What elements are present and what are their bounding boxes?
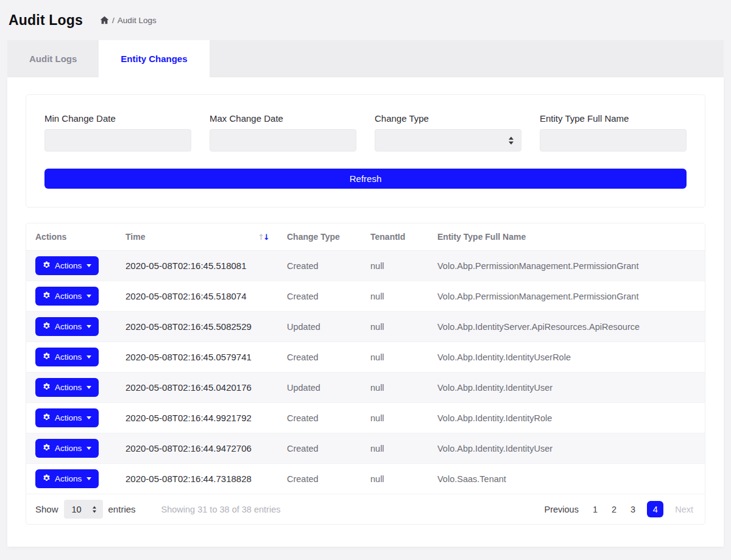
cell-change-type: Updated xyxy=(278,373,361,403)
cell-tenant-id: null xyxy=(361,403,428,433)
gear-icon xyxy=(43,413,51,423)
breadcrumb: / Audit Logs xyxy=(100,16,157,25)
chevron-down-icon xyxy=(87,447,91,450)
entries-label: entries xyxy=(108,504,136,514)
show-label: Show xyxy=(35,504,58,514)
cell-change-type: Created xyxy=(278,464,361,494)
column-header-time[interactable]: Time ↑↓ xyxy=(116,223,278,251)
cell-change-type: Created xyxy=(278,433,361,464)
cell-tenant-id: null xyxy=(361,312,428,342)
cell-tenant-id: null xyxy=(361,464,428,494)
row-actions-button[interactable]: Actions xyxy=(35,408,99,427)
cell-entity-type-full-name: Volo.Abp.Identity.IdentityRole xyxy=(428,403,705,433)
chevron-down-icon xyxy=(87,355,91,359)
cell-change-type: Created xyxy=(278,281,361,312)
chevron-down-icon xyxy=(87,477,91,480)
gear-icon xyxy=(43,261,51,271)
table-row: Actions 2020-05-08T02:16:44.7318828 Crea… xyxy=(26,464,705,494)
chevron-down-icon xyxy=(87,386,91,389)
select-updown-icon xyxy=(93,506,96,513)
showing-entries-info: Showing 31 to 38 of 38 entries xyxy=(161,505,281,514)
change-type-select[interactable] xyxy=(375,129,521,152)
max-change-date-label: Max Change Date xyxy=(210,113,356,124)
row-actions-button[interactable]: Actions xyxy=(35,317,99,336)
table-row: Actions 2020-05-08T02:16:45.0420176 Upda… xyxy=(26,373,705,403)
entity-type-full-name-input[interactable] xyxy=(540,129,687,152)
cell-time: 2020-05-08T02:16:44.7318828 xyxy=(116,464,278,494)
cell-entity-type-full-name: Volo.Abp.PermissionManagement.Permission… xyxy=(428,251,705,281)
pagination-page-2[interactable]: 2 xyxy=(609,503,619,516)
column-header-entity-type-full-name: Entity Type Full Name xyxy=(428,223,705,251)
tab-audit-logs[interactable]: Audit Logs xyxy=(7,40,99,77)
home-icon[interactable] xyxy=(100,16,109,24)
cell-time: 2020-05-08T02:16:45.5082529 xyxy=(116,312,278,342)
chevron-down-icon xyxy=(87,325,91,328)
change-type-label: Change Type xyxy=(375,113,521,124)
cell-tenant-id: null xyxy=(361,433,428,464)
pagination-previous[interactable]: Previous xyxy=(542,503,581,516)
min-change-date-input[interactable] xyxy=(44,129,191,152)
filter-panel: Min Change Date Max Change Date Change T… xyxy=(26,94,705,208)
gear-icon xyxy=(43,352,51,362)
table-footer: Show 10 entries Showing 31 to 38 of 38 e… xyxy=(26,494,705,524)
table-row: Actions 2020-05-08T02:16:45.518081 Creat… xyxy=(26,251,705,281)
cell-time: 2020-05-08T02:16:45.0579741 xyxy=(116,342,278,373)
chevron-down-icon xyxy=(87,416,91,419)
tab-strip: Audit Logs Entity Changes xyxy=(7,40,724,77)
page-title: Audit Logs xyxy=(9,12,83,29)
pagination-page-3[interactable]: 3 xyxy=(628,503,638,516)
cell-change-type: Created xyxy=(278,342,361,373)
entity-changes-table-panel: Actions Time ↑↓ Change Type TenantId Ent… xyxy=(26,223,705,525)
cell-time: 2020-05-08T02:16:45.518081 xyxy=(116,251,278,281)
cell-time: 2020-05-08T02:16:45.518074 xyxy=(116,281,278,312)
row-actions-button[interactable]: Actions xyxy=(35,439,99,458)
gear-icon xyxy=(43,474,51,484)
filter-min-change-date: Min Change Date xyxy=(44,113,191,152)
column-header-actions: Actions xyxy=(26,223,116,251)
page-header: Audit Logs / Audit Logs xyxy=(0,0,731,34)
breadcrumb-separator: / xyxy=(112,16,115,25)
chevron-down-icon xyxy=(87,295,91,298)
min-change-date-label: Min Change Date xyxy=(44,113,191,124)
page-size-select[interactable]: 10 xyxy=(64,500,103,519)
cell-time: 2020-05-08T02:16:45.0420176 xyxy=(116,373,278,403)
row-actions-button[interactable]: Actions xyxy=(35,348,99,366)
row-actions-button[interactable]: Actions xyxy=(35,287,99,306)
breadcrumb-current: Audit Logs xyxy=(118,16,157,25)
cell-change-type: Created xyxy=(278,403,361,433)
sort-icon: ↑↓ xyxy=(258,233,269,242)
row-actions-button[interactable]: Actions xyxy=(35,378,99,397)
cell-entity-type-full-name: Volo.Abp.PermissionManagement.Permission… xyxy=(428,281,705,312)
cell-time: 2020-05-08T02:16:44.9921792 xyxy=(116,403,278,433)
cell-tenant-id: null xyxy=(361,342,428,373)
refresh-button[interactable]: Refresh xyxy=(44,169,687,189)
pagination-next[interactable]: Next xyxy=(673,503,696,516)
cell-entity-type-full-name: Volo.Abp.Identity.IdentityUserRole xyxy=(428,342,705,373)
cell-entity-type-full-name: Volo.Abp.Identity.IdentityUser xyxy=(428,373,705,403)
entity-changes-table: Actions Time ↑↓ Change Type TenantId Ent… xyxy=(26,223,705,494)
pagination-page-1[interactable]: 1 xyxy=(590,503,600,516)
cell-tenant-id: null xyxy=(361,251,428,281)
table-row: Actions 2020-05-08T02:16:45.0579741 Crea… xyxy=(26,342,705,373)
column-header-tenant-id: TenantId xyxy=(361,223,428,251)
table-row: Actions 2020-05-08T02:16:45.5082529 Upda… xyxy=(26,312,705,342)
row-actions-button[interactable]: Actions xyxy=(35,469,99,488)
cell-tenant-id: null xyxy=(361,281,428,312)
cell-change-type: Updated xyxy=(278,312,361,342)
max-change-date-input[interactable] xyxy=(210,129,356,152)
cell-tenant-id: null xyxy=(361,373,428,403)
gear-icon xyxy=(43,444,51,453)
row-actions-button[interactable]: Actions xyxy=(35,256,99,275)
filter-change-type: Change Type xyxy=(375,113,521,152)
cell-entity-type-full-name: Volo.Saas.Tenant xyxy=(428,464,705,494)
gear-icon xyxy=(43,292,51,301)
filter-entity-type-full-name: Entity Type Full Name xyxy=(540,113,687,152)
table-row: Actions 2020-05-08T02:16:44.9472706 Crea… xyxy=(26,433,705,464)
tab-entity-changes[interactable]: Entity Changes xyxy=(99,40,209,77)
table-row: Actions 2020-05-08T02:16:45.518074 Creat… xyxy=(26,281,705,312)
table-row: Actions 2020-05-08T02:16:44.9921792 Crea… xyxy=(26,403,705,433)
pagination-page-4[interactable]: 4 xyxy=(647,501,663,517)
table-header-row: Actions Time ↑↓ Change Type TenantId Ent… xyxy=(26,223,705,251)
entity-type-full-name-label: Entity Type Full Name xyxy=(540,113,687,124)
filter-max-change-date: Max Change Date xyxy=(210,113,356,152)
